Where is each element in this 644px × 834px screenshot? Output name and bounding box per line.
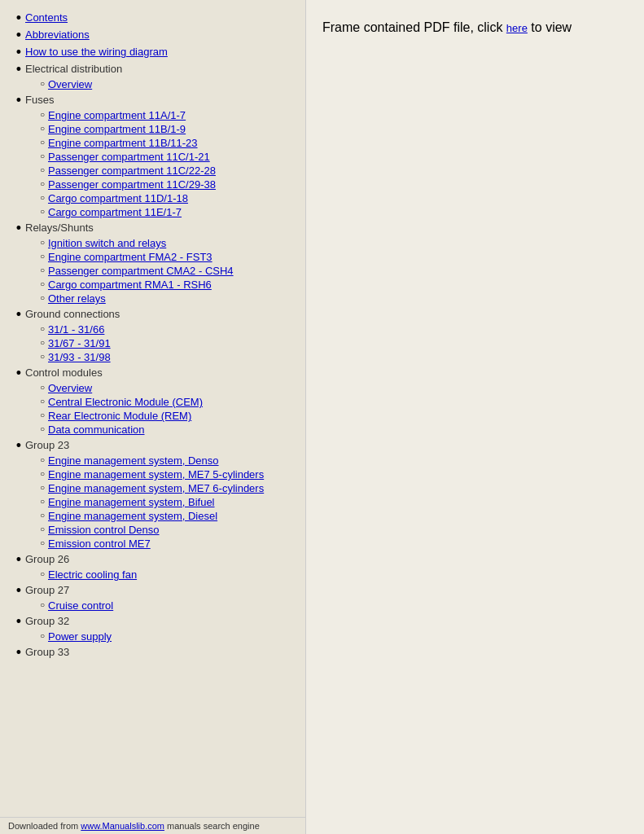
sub-link-5-4[interactable]: Other relays [48,292,106,305]
frame-text-after: to view [528,20,572,34]
sub-link-8-5[interactable]: Emission control Denso [48,524,160,536]
bullet-icon-8: • [12,438,25,453]
nav-section-label-6: Ground connections [25,308,120,320]
nav-link-0[interactable]: Contents [25,11,68,24]
sub-list-4: ○Engine compartment 11A/1-7○Engine compa… [37,109,297,218]
nav-link-1[interactable]: Abbreviations [25,29,90,41]
sub-bullet-icon: ○ [37,496,48,507]
sub-bullet-icon: ○ [37,382,48,393]
bullet-icon-12: • [12,645,25,660]
sub-bullet-icon: ○ [37,265,48,276]
sub-link-7-3[interactable]: Data communication [48,424,145,436]
sub-link-6-0[interactable]: 31/1 - 31/66 [48,323,104,336]
sub-link-7-0[interactable]: Overview [48,382,92,394]
sub-item-7-0: ○Overview [37,382,297,394]
sub-item-8-5: ○Emission control Denso [37,524,297,536]
sub-link-3-0[interactable]: Overview [48,78,92,90]
sub-list-8: ○Engine management system, Denso○Engine … [37,454,297,550]
sub-link-4-4[interactable]: Passenger compartment 11C/22-28 [48,165,216,177]
navigation-list: •Contents•Abbreviations•How to use the w… [12,11,297,660]
sub-link-8-1[interactable]: Engine management system, ME7 5-cylinder… [48,468,264,481]
sub-bullet-icon: ○ [37,454,48,466]
nav-section-label-4: Fuses [25,94,54,106]
sub-link-11-0[interactable]: Power supply [48,630,112,643]
sub-list-3: ○Overview [37,78,297,90]
nav-section-9: •Group 26○Electric cooling fan [12,553,297,581]
sub-link-4-1[interactable]: Engine compartment 11B/1-9 [48,123,186,135]
sub-link-5-0[interactable]: Ignition switch and relays [48,237,166,249]
nav-section-2: •How to use the wiring diagram [12,46,297,59]
pdf-frame-message: Frame contained PDF file, click here to … [322,20,628,35]
sub-link-6-2[interactable]: 31/93 - 31/98 [48,351,111,363]
sub-bullet-icon: ○ [37,396,48,407]
nav-section-7: •Control modules○Overview○Central Electr… [12,367,297,436]
nav-section-label-11: Group 32 [25,615,69,627]
sub-bullet-icon: ○ [37,109,48,121]
bullet-icon-5: • [12,221,25,235]
sub-list-10: ○Cruise control [37,599,297,612]
sub-link-7-1[interactable]: Central Electronic Module (CEM) [48,396,203,408]
sub-item-8-1: ○Engine management system, ME7 5-cylinde… [37,468,297,481]
nav-section-10: •Group 27○Cruise control [12,584,297,612]
sub-item-3-0: ○Overview [37,78,297,90]
sub-link-4-7[interactable]: Cargo compartment 11E/1-7 [48,206,182,218]
sub-link-5-2[interactable]: Passenger compartment CMA2 - CSH4 [48,265,234,277]
nav-section-label-9: Group 26 [25,553,69,565]
sub-link-8-4[interactable]: Engine management system, Diesel [48,510,217,522]
sub-item-4-5: ○Passenger compartment 11C/29-38 [37,178,297,191]
nav-section-4: •Fuses○Engine compartment 11A/1-7○Engine… [12,94,297,218]
sub-link-4-5[interactable]: Passenger compartment 11C/29-38 [48,178,216,191]
sub-link-5-3[interactable]: Cargo compartment RMA1 - RSH6 [48,279,212,291]
bullet-icon-3: • [12,62,25,77]
sub-link-8-2[interactable]: Engine management system, ME7 6-cylinder… [48,482,264,494]
sub-bullet-icon: ○ [37,351,48,362]
sub-link-6-1[interactable]: 31/67 - 31/91 [48,337,111,349]
sub-link-4-2[interactable]: Engine compartment 11B/11-23 [48,137,198,149]
sub-bullet-icon: ○ [37,410,48,421]
sub-link-9-0[interactable]: Electric cooling fan [48,568,137,581]
nav-section-label-12: Group 33 [25,646,69,658]
bullet-icon-2: • [12,45,25,59]
sub-bullet-icon: ○ [37,568,48,580]
bullet-icon-1: • [12,28,25,42]
sub-item-4-0: ○Engine compartment 11A/1-7 [37,109,297,121]
sub-bullet-icon: ○ [37,165,48,176]
sidebar: •Contents•Abbreviations•How to use the w… [0,0,305,834]
sub-item-5-0: ○Ignition switch and relays [37,237,297,249]
pdf-here-link[interactable]: here [506,22,528,34]
sub-link-4-3[interactable]: Passenger compartment 11C/1-21 [48,151,210,163]
footer-link[interactable]: www.Manualslib.com [81,821,164,831]
sub-item-8-6: ○Emission control ME7 [37,538,297,550]
sub-list-11: ○Power supply [37,630,297,643]
sub-item-8-4: ○Engine management system, Diesel [37,510,297,522]
sub-link-4-0[interactable]: Engine compartment 11A/1-7 [48,109,186,121]
nav-link-2[interactable]: How to use the wiring diagram [25,46,168,58]
sub-item-4-3: ○Passenger compartment 11C/1-21 [37,151,297,163]
sub-link-5-1[interactable]: Engine compartment FMA2 - FST3 [48,251,212,263]
sub-link-4-6[interactable]: Cargo compartment 11D/1-18 [48,192,188,204]
sub-bullet-icon: ○ [37,323,48,335]
sub-link-7-2[interactable]: Rear Electronic Module (REM) [48,410,191,422]
sub-bullet-icon: ○ [37,524,48,535]
sub-link-8-6[interactable]: Emission control ME7 [48,538,151,550]
sub-link-8-3[interactable]: Engine management system, Bifuel [48,496,215,508]
sub-bullet-icon: ○ [37,151,48,162]
footer-prefix: Downloaded from [8,821,81,831]
sub-item-8-0: ○Engine management system, Denso [37,454,297,467]
sub-list-7: ○Overview○Central Electronic Module (CEM… [37,382,297,436]
nav-section-label-5: Relays/Shunts [25,222,94,234]
sub-item-10-0: ○Cruise control [37,599,297,612]
sub-item-6-2: ○31/93 - 31/98 [37,351,297,363]
sub-link-10-0[interactable]: Cruise control [48,599,113,612]
nav-section-11: •Group 32○Power supply [12,615,297,643]
sub-item-7-2: ○Rear Electronic Module (REM) [37,410,297,422]
sub-bullet-icon: ○ [37,178,48,190]
sub-link-8-0[interactable]: Engine management system, Denso [48,454,219,467]
sub-item-5-1: ○Engine compartment FMA2 - FST3 [37,251,297,263]
sub-bullet-icon: ○ [37,599,48,611]
sub-item-9-0: ○Electric cooling fan [37,568,297,581]
sub-item-5-2: ○Passenger compartment CMA2 - CSH4 [37,265,297,277]
sub-item-7-1: ○Central Electronic Module (CEM) [37,396,297,408]
sub-item-6-1: ○31/67 - 31/91 [37,337,297,349]
bullet-icon-10: • [12,583,25,598]
